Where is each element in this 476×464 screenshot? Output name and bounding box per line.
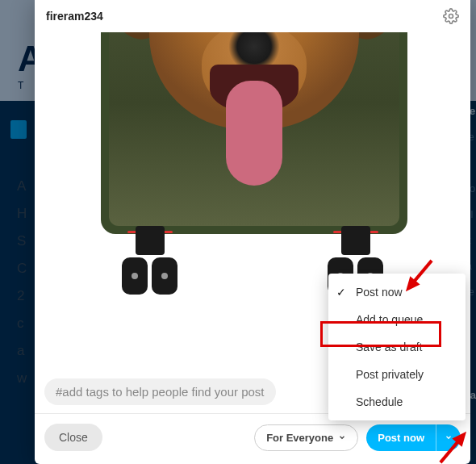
username-label[interactable]: fireram234 bbox=[46, 10, 443, 23]
post-modal: fireram234 #add tag bbox=[35, 0, 470, 464]
wheel-left bbox=[119, 226, 180, 295]
dropdown-item-label: Post privately bbox=[356, 368, 424, 381]
post-options-dropdown: ✓ Post now Add to queue Save as draft Po… bbox=[328, 274, 466, 420]
modal-header: fireram234 bbox=[35, 0, 470, 32]
svg-point-0 bbox=[449, 15, 453, 19]
dropdown-item-label: Post now bbox=[356, 286, 403, 299]
dropdown-item-post-now[interactable]: ✓ Post now bbox=[328, 278, 466, 306]
dropdown-item-post-privately[interactable]: Post privately bbox=[328, 361, 466, 388]
dropdown-item-label: Add to queue bbox=[356, 313, 423, 326]
check-icon: ✓ bbox=[336, 286, 346, 299]
audience-button[interactable]: For Everyone bbox=[254, 424, 358, 451]
dropdown-item-label: Schedule bbox=[356, 395, 403, 408]
close-button[interactable]: Close bbox=[44, 424, 102, 451]
post-image[interactable] bbox=[35, 32, 470, 303]
audience-label: For Everyone bbox=[266, 432, 333, 444]
chevron-down-icon bbox=[338, 432, 346, 444]
gear-icon[interactable] bbox=[443, 8, 459, 24]
post-button-label[interactable]: Post now bbox=[366, 424, 436, 451]
dropdown-item-add-to-queue[interactable]: Add to queue bbox=[328, 306, 466, 333]
modal-footer: Close For Everyone Post now ✓ Post now A… bbox=[35, 413, 470, 464]
suitcase-graphic bbox=[101, 32, 407, 234]
dropdown-item-schedule[interactable]: Schedule bbox=[328, 388, 466, 416]
dropdown-item-label: Save as draft bbox=[356, 341, 423, 353]
tags-input[interactable]: #add tags to help people find your post bbox=[44, 378, 276, 405]
dropdown-item-save-as-draft[interactable]: Save as draft bbox=[328, 333, 466, 361]
